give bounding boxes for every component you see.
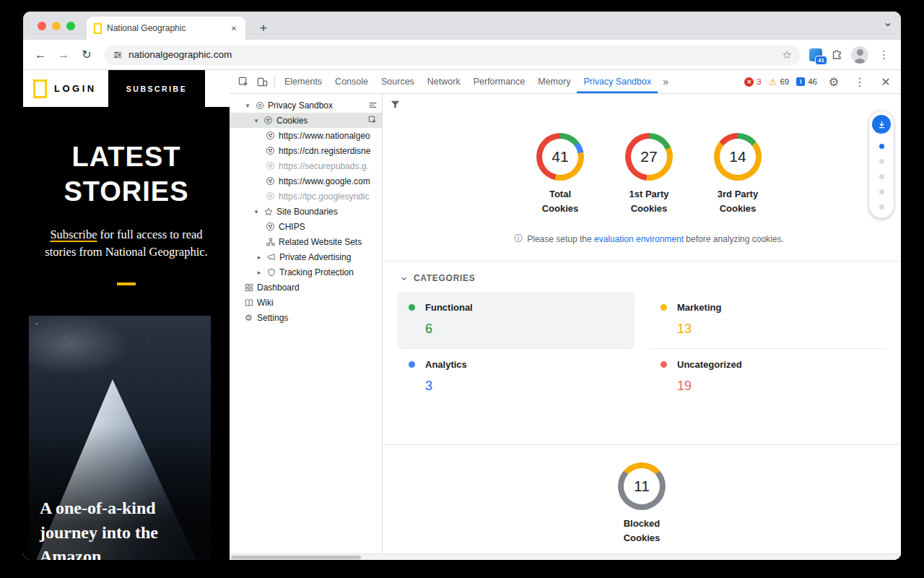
cookie-icon	[266, 222, 275, 231]
tab-close-icon[interactable]: ✕	[228, 22, 240, 34]
profile-avatar[interactable]	[851, 46, 868, 64]
devtools-settings-icon[interactable]: ⚙	[824, 72, 843, 91]
issues-counter[interactable]: ! 46	[796, 77, 817, 86]
expander-down-icon[interactable]: ▾	[244, 102, 251, 109]
cookie-extension-icon[interactable]: 41	[809, 48, 822, 61]
categories-title: CATEGORIES	[414, 273, 475, 283]
tree-item-settings[interactable]: ⚙ Settings	[230, 310, 382, 325]
natgeo-page: LOGIN SUBSCRIBE LATEST STORIES Subscribe…	[23, 70, 230, 560]
section-dot[interactable]	[879, 204, 884, 210]
tab-sources[interactable]: Sources	[375, 70, 421, 93]
section-dot[interactable]	[879, 189, 884, 194]
subscribe-button[interactable]: SUBSCRIBE	[108, 70, 205, 107]
expander-down-icon[interactable]: ▾	[253, 208, 260, 215]
tab-memory[interactable]: Memory	[531, 70, 577, 93]
browser-menu-icon[interactable]: ⋮	[877, 48, 891, 61]
browser-tab[interactable]: National Geographic ✕	[87, 17, 245, 40]
headline-line2: STORIES	[23, 175, 230, 210]
tree-label: Wiki	[257, 298, 274, 308]
natgeo-logo-icon[interactable]	[33, 79, 47, 98]
tree-item-cookie-url[interactable]: https://cdn.registerdisne	[230, 143, 382, 158]
category-card-uncategorized[interactable]: Uncategorized 19	[649, 349, 886, 405]
minimize-window-button[interactable]	[52, 22, 61, 30]
tab-search-chevron-icon[interactable]	[884, 20, 892, 29]
tree-item-private-advertising[interactable]: ▸ Private Advertising	[230, 249, 382, 264]
zoom-window-button[interactable]	[66, 22, 75, 30]
forward-button[interactable]: →	[53, 45, 74, 65]
tree-item-cookie-url[interactable]: https://www.nationalgeo	[230, 128, 382, 143]
tab-network[interactable]: Network	[421, 70, 467, 93]
tab-privacy-sandbox[interactable]: Privacy Sandbox	[577, 70, 658, 93]
donut-value: 41	[536, 133, 584, 181]
promo-line2: stories from National Geographic.	[23, 243, 230, 261]
tree-label: Cookies	[276, 116, 308, 126]
tree-label: Private Advertising	[279, 252, 351, 262]
tab-title: National Geographic	[107, 23, 223, 33]
tree-item-dashboard[interactable]: Dashboard	[230, 280, 382, 295]
devtools-status-area: ✕ 3 ⚠ 69 ! 46 ⚙ ⋮ ✕	[744, 72, 897, 91]
issues-count: 46	[808, 77, 817, 86]
first-party-cookies-donut: 27 1st Party Cookies	[625, 133, 673, 215]
inspect-cursor-icon[interactable]	[368, 116, 378, 125]
category-count: 3	[425, 379, 623, 394]
devtools-close-icon[interactable]: ✕	[876, 72, 895, 91]
section-dot[interactable]	[879, 174, 884, 179]
tree-overflow-icon[interactable]	[368, 100, 378, 110]
expander-right-icon[interactable]: ▸	[256, 254, 263, 261]
subscribe-link[interactable]: Subscribe	[50, 228, 97, 241]
new-tab-button[interactable]: +	[254, 19, 273, 38]
section-dot[interactable]	[879, 159, 884, 164]
cookie-icon	[266, 161, 275, 171]
tree-item-cookie-url[interactable]: https://securepubads.g.	[230, 158, 382, 173]
advertising-icon	[266, 252, 276, 262]
tree-item-cookies[interactable]: ▾ Cookies	[230, 113, 382, 128]
yellow-divider	[117, 282, 136, 285]
categories-grid: Functional 6 Marketing 13	[383, 292, 901, 405]
tab-console[interactable]: Console	[328, 70, 375, 93]
tree-item-cookie-url[interactable]: https://tpc.googlesyndic	[230, 189, 382, 204]
tree-item-tracking-protection[interactable]: ▸ Tracking Protection	[230, 264, 382, 280]
site-settings-icon[interactable]	[113, 50, 123, 60]
extensions-puzzle-icon[interactable]	[831, 49, 842, 61]
download-report-button[interactable]	[872, 115, 891, 134]
expander-right-icon[interactable]: ▸	[256, 269, 263, 276]
scrollbar-thumb[interactable]	[231, 556, 361, 559]
tree-label: Dashboard	[257, 282, 300, 293]
expander-down-icon[interactable]: ▾	[253, 117, 260, 124]
inspect-element-icon[interactable]	[234, 72, 253, 91]
warning-counter[interactable]: ⚠ 69	[769, 77, 789, 87]
url-bar[interactable]: nationalgeographic.com ☆	[104, 45, 801, 65]
section-dot[interactable]	[879, 144, 884, 149]
device-toolbar-icon[interactable]	[253, 72, 271, 91]
category-card-functional[interactable]: Functional 6	[397, 292, 635, 349]
reload-button[interactable]: ↻	[77, 45, 97, 65]
categories-header[interactable]: CATEGORIES	[383, 262, 901, 292]
devtools-menu-icon[interactable]: ⋮	[850, 72, 869, 91]
filter-funnel-icon[interactable]	[390, 99, 901, 110]
category-card-marketing[interactable]: Marketing 13	[649, 292, 886, 349]
tree-label: https://www.nationalgeo	[279, 131, 370, 141]
close-window-button[interactable]	[38, 22, 46, 30]
horizontal-scrollbar[interactable]	[230, 553, 901, 560]
tab-performance[interactable]: Performance	[467, 70, 532, 93]
tree-item-site-boundaries[interactable]: ▾ Site Boundaries	[230, 204, 382, 219]
donut-label: 1st Party Cookies	[625, 187, 673, 215]
more-tabs-icon[interactable]: »	[658, 76, 674, 87]
donut-label: Blocked Cookies	[383, 517, 901, 545]
tree-item-chips[interactable]: CHIPS	[230, 219, 382, 234]
error-counter[interactable]: ✕ 3	[744, 77, 761, 87]
back-button[interactable]: ←	[30, 45, 51, 65]
section-navigator	[869, 111, 894, 218]
donut-label: 3rd Party Cookies	[714, 187, 762, 215]
traffic-lights	[38, 22, 75, 30]
tab-elements[interactable]: Elements	[278, 70, 328, 93]
tree-item-cookie-url[interactable]: https://www.google.com	[230, 173, 382, 189]
tree-item-related-website-sets[interactable]: Related Website Sets	[230, 234, 382, 249]
tree-item-wiki[interactable]: Wiki	[230, 295, 382, 310]
category-card-analytics[interactable]: Analytics 3	[397, 349, 635, 405]
bookmark-star-icon[interactable]: ☆	[783, 48, 792, 61]
evaluation-environment-link[interactable]: evaluation environment	[594, 234, 684, 244]
login-button[interactable]: LOGIN	[54, 83, 97, 94]
tree-item-privacy-sandbox[interactable]: ▾ Privacy Sandbox	[230, 98, 382, 113]
third-party-cookies-donut: 14 3rd Party Cookies	[714, 133, 762, 215]
